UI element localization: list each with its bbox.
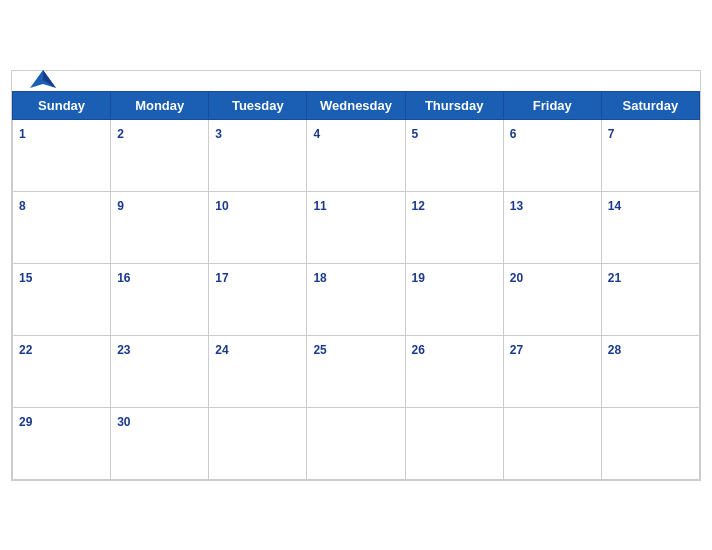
day-number: 4 [313, 127, 320, 141]
weekday-wednesday: Wednesday [307, 91, 405, 119]
day-number: 20 [510, 271, 523, 285]
day-number: 22 [19, 343, 32, 357]
logo-bird-icon [28, 66, 58, 96]
day-cell: 28 [601, 335, 699, 407]
day-cell: 2 [111, 119, 209, 191]
day-cell: 25 [307, 335, 405, 407]
day-cell: 3 [209, 119, 307, 191]
week-row-3: 15161718192021 [13, 263, 700, 335]
day-cell: 9 [111, 191, 209, 263]
calendar-table: Sunday Monday Tuesday Wednesday Thursday… [12, 91, 700, 480]
day-number: 25 [313, 343, 326, 357]
day-cell: 16 [111, 263, 209, 335]
day-cell: 22 [13, 335, 111, 407]
day-number: 23 [117, 343, 130, 357]
day-cell: 21 [601, 263, 699, 335]
calendar: Sunday Monday Tuesday Wednesday Thursday… [11, 70, 701, 481]
day-cell: 27 [503, 335, 601, 407]
day-cell: 7 [601, 119, 699, 191]
week-row-1: 1234567 [13, 119, 700, 191]
day-number: 18 [313, 271, 326, 285]
day-cell: 5 [405, 119, 503, 191]
day-cell: 19 [405, 263, 503, 335]
day-cell: 12 [405, 191, 503, 263]
day-number: 10 [215, 199, 228, 213]
day-number: 7 [608, 127, 615, 141]
day-number: 16 [117, 271, 130, 285]
day-number: 1 [19, 127, 26, 141]
day-cell: 26 [405, 335, 503, 407]
day-number: 19 [412, 271, 425, 285]
day-number: 17 [215, 271, 228, 285]
day-cell: 15 [13, 263, 111, 335]
day-cell: 20 [503, 263, 601, 335]
day-number: 15 [19, 271, 32, 285]
week-row-4: 22232425262728 [13, 335, 700, 407]
day-number: 2 [117, 127, 124, 141]
day-cell [601, 407, 699, 479]
day-cell: 8 [13, 191, 111, 263]
day-cell: 6 [503, 119, 601, 191]
day-cell: 4 [307, 119, 405, 191]
day-cell [503, 407, 601, 479]
day-number: 12 [412, 199, 425, 213]
weekday-friday: Friday [503, 91, 601, 119]
calendar-header [12, 71, 700, 91]
day-number: 27 [510, 343, 523, 357]
day-cell: 23 [111, 335, 209, 407]
weekday-header-row: Sunday Monday Tuesday Wednesday Thursday… [13, 91, 700, 119]
weekday-saturday: Saturday [601, 91, 699, 119]
day-cell: 11 [307, 191, 405, 263]
day-cell: 17 [209, 263, 307, 335]
day-cell: 30 [111, 407, 209, 479]
logo [28, 66, 62, 96]
day-cell: 1 [13, 119, 111, 191]
calendar-body: 1234567891011121314151617181920212223242… [13, 119, 700, 479]
day-cell: 14 [601, 191, 699, 263]
weekday-thursday: Thursday [405, 91, 503, 119]
day-cell: 29 [13, 407, 111, 479]
day-cell: 18 [307, 263, 405, 335]
day-number: 30 [117, 415, 130, 429]
day-cell [405, 407, 503, 479]
day-number: 21 [608, 271, 621, 285]
day-number: 28 [608, 343, 621, 357]
day-number: 29 [19, 415, 32, 429]
day-cell: 13 [503, 191, 601, 263]
week-row-2: 891011121314 [13, 191, 700, 263]
day-cell: 10 [209, 191, 307, 263]
day-number: 5 [412, 127, 419, 141]
day-number: 6 [510, 127, 517, 141]
weekday-monday: Monday [111, 91, 209, 119]
day-number: 13 [510, 199, 523, 213]
weekday-tuesday: Tuesday [209, 91, 307, 119]
day-cell [209, 407, 307, 479]
day-number: 9 [117, 199, 124, 213]
week-row-5: 2930 [13, 407, 700, 479]
day-number: 8 [19, 199, 26, 213]
day-cell [307, 407, 405, 479]
day-number: 26 [412, 343, 425, 357]
day-number: 11 [313, 199, 326, 213]
day-number: 14 [608, 199, 621, 213]
day-number: 3 [215, 127, 222, 141]
day-number: 24 [215, 343, 228, 357]
day-cell: 24 [209, 335, 307, 407]
